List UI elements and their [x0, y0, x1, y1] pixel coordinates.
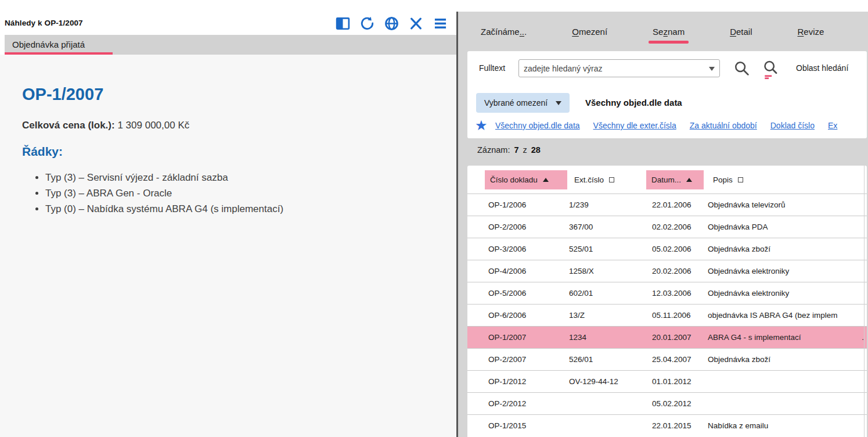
table-row[interactable]: OP-1/2015 22.01.2015 Nabídka z emailu . [467, 414, 867, 436]
total-price-value: 1 309 000,00 Kč [117, 120, 189, 131]
doc-rows-list: Typ (3) – Servisní výjezd - základní saz… [45, 170, 456, 217]
doc-number-heading: OP-1/2007 [22, 85, 456, 104]
cell-description: Objednávka elektroniky [708, 260, 860, 282]
globe-icon[interactable] [384, 16, 399, 31]
cell-doc-number: OP-6/2006 [488, 305, 526, 326]
cell-doc-number: OP-1/2012 [488, 371, 526, 392]
column-header[interactable]: Ext.číslo [569, 170, 620, 189]
restriction-link[interactable]: Všechny dle exter.čísla [593, 121, 676, 130]
sort-asc-icon [543, 178, 549, 182]
restriction-link[interactable]: Všechny objed.dle data [495, 121, 580, 130]
table-row[interactable]: OP-6/2006 13/Z 05.11.2006 objednávka IS … [467, 304, 867, 326]
selected-restriction-button-label: Vybrané omezení [484, 98, 548, 108]
unsorted-checkbox-icon [609, 177, 614, 182]
table-header: Číslo dokladu Ext.číslo Datum... [467, 166, 867, 194]
scrollbar-track-line[interactable] [864, 166, 865, 437]
restriction-link[interactable]: Za aktuální období [690, 121, 757, 130]
cell-doc-number: OP-1/2007 [488, 327, 526, 348]
tab[interactable]: Omezení [572, 27, 607, 37]
cell-date: 20.02.2006 [652, 260, 698, 282]
cell-doc-number: OP-2/2007 [488, 349, 526, 370]
tab[interactable]: Začínáme... [481, 27, 527, 37]
table-row[interactable]: OP-2/2006 367/00 02.02.2006 Objednávka P… [467, 216, 867, 238]
fulltext-combobox [518, 59, 720, 77]
app-window: Náhledy k OP-1/2007 Objednávka přijatá [0, 0, 868, 437]
cell-date: 22.01.2015 [652, 415, 698, 436]
search-settings-icon[interactable] [762, 60, 780, 80]
search-icon[interactable] [733, 60, 751, 77]
doc-row-item: Typ (3) – Servisní výjezd - základní saz… [45, 170, 456, 185]
restriction-link[interactable]: Doklad číslo [770, 121, 815, 130]
search-area: Fulltext Oblast hledání Vybrané omezení [467, 51, 867, 138]
restriction-row: Vybrané omezení Všechny objed.dle data [467, 93, 867, 113]
fulltext-input[interactable] [518, 59, 720, 77]
doc-row-item: Typ (0) – Nabídka systému ABRA G4 (s imp… [45, 201, 456, 217]
fulltext-row: Fulltext Oblast hledání [467, 59, 867, 78]
cell-ext-number: OV-129-44-12 [569, 371, 618, 392]
split-view-icon[interactable] [335, 16, 351, 31]
tab[interactable]: Revize [798, 27, 824, 37]
active-tab-underline [649, 41, 689, 44]
refresh-icon[interactable] [359, 16, 375, 31]
preview-panel-title: Náhledy k OP-1/2007 [5, 19, 83, 27]
menu-icon[interactable] [433, 16, 448, 31]
cell-date: 22.01.2006 [652, 194, 698, 216]
table-row[interactable]: OP-1/2012 OV-129-44-12 01.01.2012 . [467, 370, 867, 392]
table-row[interactable]: OP-1/2006 1/239 22.01.2006 Objednávka te… [467, 194, 867, 216]
preview-tabbar: Objednávka přijatá [5, 35, 456, 55]
total-price-label: Celková cena (lok.): [22, 120, 115, 131]
cell-ext-number: 602/01 [569, 282, 593, 304]
chevron-down-icon[interactable] [709, 67, 715, 71]
preview-content: OP-1/2007 Celková cena (lok.): 1 309 000… [0, 55, 456, 437]
preview-tab-label: Objednávka přijatá [12, 40, 85, 49]
fulltext-label: Fulltext [479, 63, 505, 73]
sort-asc-icon [686, 178, 692, 182]
cell-doc-number: OP-1/2006 [488, 194, 526, 216]
favorite-star-icon[interactable]: ★ [475, 118, 488, 133]
cell-description: Objednávka zboží [708, 238, 860, 260]
quick-restrictions-row: ★ Všechny objed.dle data Všechny dle ext… [467, 120, 867, 135]
record-current: 7 [514, 145, 518, 155]
search-scope-label[interactable]: Oblast hledání [796, 63, 848, 73]
cell-date: 02.02.2006 [652, 216, 698, 238]
total-price-line: Celková cena (lok.): 1 309 000,00 Kč [22, 120, 456, 131]
table-row[interactable]: OP-5/2006 602/01 12.03.2006 Objednávka e… [467, 282, 867, 304]
record-total: 28 [531, 145, 541, 155]
tab-objednavka-prijata[interactable]: Objednávka přijatá [5, 35, 113, 55]
table-row[interactable]: OP-4/2006 1258/X 20.02.2006 Objednávka e… [467, 260, 867, 282]
cell-date: 20.01.2007 [652, 327, 698, 348]
preview-panel: Náhledy k OP-1/2007 Objednávka přijatá [0, 0, 456, 437]
tab[interactable]: Detail [730, 27, 752, 37]
rows-heading: Řádky: [22, 145, 456, 159]
cell-doc-number: OP-3/2006 [488, 238, 526, 260]
column-header[interactable]: Popis [708, 170, 748, 189]
selected-restriction-button[interactable]: Vybrané omezení [476, 93, 570, 113]
quick-restriction-links: Všechny objed.dle data Všechny dle exter… [495, 121, 865, 130]
tab[interactable]: Seznam [653, 27, 685, 37]
active-restriction-name: Všechny objed.dle data [585, 98, 682, 108]
chevron-down-icon [556, 101, 561, 105]
cell-description: ABRA G4 - s implementací [708, 327, 860, 348]
table-row[interactable]: OP-2/2012 05.02.2012 . [467, 392, 867, 414]
cell-doc-number: OP-2/2012 [488, 393, 526, 414]
cell-date: 05.11.2006 [652, 305, 698, 326]
preview-window-controls [335, 16, 448, 31]
cell-description: Objednávka zboží [708, 349, 860, 370]
cell-ext-number: 1/239 [569, 194, 589, 216]
column-header[interactable]: Datum... [646, 170, 704, 189]
cell-doc-number: OP-5/2006 [488, 282, 526, 304]
table-body: OP-1/2006 1/239 22.01.2006 Objednávka te… [467, 194, 867, 436]
cell-description: objednávka IS ABRA G4 (bez implem [708, 305, 860, 326]
column-header[interactable]: Číslo dokladu [485, 170, 567, 189]
table-row[interactable]: OP-2/2007 526/01 25.04.2007 Objednávka z… [467, 348, 867, 370]
restriction-link[interactable]: Ex [828, 121, 837, 130]
cell-date: 12.03.2006 [652, 282, 698, 304]
cell-date: 05.02.2012 [652, 393, 698, 414]
record-counter: Záznam: 7 z 28 [477, 145, 541, 155]
close-icon[interactable] [408, 16, 424, 31]
cell-description: Objednávka televizorů [708, 194, 860, 216]
cell-ext-number: 1258/X [569, 260, 594, 282]
table-row[interactable]: OP-1/2007 1234 20.01.2007 ABRA G4 - s im… [467, 326, 867, 348]
list-panel: Začínáme... Omezení Seznam Detail [458, 12, 868, 437]
table-row[interactable]: OP-3/2006 525/01 05.02.2006 Objednávka z… [467, 238, 867, 260]
